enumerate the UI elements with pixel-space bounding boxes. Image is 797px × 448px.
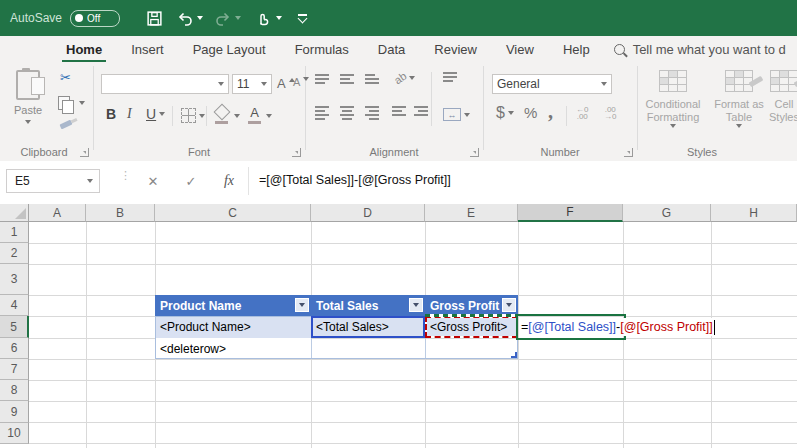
increase-indent-button[interactable] xyxy=(414,106,428,116)
percent-style-button[interactable]: % xyxy=(524,104,537,121)
tab-insert[interactable]: Insert xyxy=(131,42,164,57)
row-header-8[interactable]: 8 xyxy=(0,380,29,401)
formula-bar-resize-handle[interactable]: ⋮ xyxy=(120,173,123,189)
column-header-h[interactable]: H xyxy=(711,204,797,222)
tab-review[interactable]: Review xyxy=(434,42,477,57)
tell-me-search[interactable]: Tell me what you want to d xyxy=(614,42,786,57)
font-color-bar xyxy=(248,121,261,124)
formula-bar-input[interactable]: =[@[Total Sales]]-[@[Gross Profit]] xyxy=(259,173,451,187)
table-header-total-sales[interactable]: Total Sales xyxy=(311,295,425,316)
increase-decimal-button[interactable]: ←0.00 xyxy=(576,106,588,120)
cell-f5-formula-editor[interactable]: = [@[Total Sales]] - [@[Gross Profit]] xyxy=(521,318,716,336)
align-bottom-button[interactable] xyxy=(365,74,379,84)
filter-dropdown-button[interactable] xyxy=(409,298,423,312)
conditional-formatting-button[interactable]: Conditional Formatting xyxy=(640,70,706,128)
undo-button[interactable] xyxy=(177,10,193,26)
tab-data[interactable]: Data xyxy=(378,42,405,57)
decrease-indent-button[interactable] xyxy=(392,106,406,116)
borders-button[interactable] xyxy=(181,108,205,123)
autosave-toggle[interactable]: Off xyxy=(70,10,120,27)
bold-button[interactable]: B xyxy=(106,106,116,122)
column-header-e[interactable]: E xyxy=(425,204,518,222)
touch-mouse-mode-button[interactable] xyxy=(255,10,271,27)
tab-formulas[interactable]: Formulas xyxy=(295,42,349,57)
tab-page-layout[interactable]: Page Layout xyxy=(193,42,266,57)
column-header-a[interactable]: A xyxy=(29,204,86,222)
font-dialog-launcher[interactable] xyxy=(292,148,301,157)
italic-button[interactable]: I xyxy=(127,106,132,122)
row-header-6[interactable]: 6 xyxy=(0,338,29,359)
comma-style-button[interactable]: , xyxy=(548,100,553,123)
save-button[interactable] xyxy=(146,10,163,27)
table-header-gross-profit[interactable]: Gross Profit xyxy=(425,295,518,316)
tab-home[interactable]: Home xyxy=(66,42,102,57)
decrease-font-size-button[interactable]: A xyxy=(293,76,309,88)
number-format-combobox[interactable]: General xyxy=(492,74,612,94)
cell-c5[interactable]: <Product Name> xyxy=(155,316,311,338)
copy-button[interactable] xyxy=(58,96,85,110)
name-box[interactable]: E5 xyxy=(6,169,100,193)
orientation-button[interactable]: ab xyxy=(394,72,415,84)
decrease-decimal-button[interactable]: .00→0 xyxy=(604,106,616,120)
row-header-3[interactable]: 3 xyxy=(0,264,29,295)
column-header-d[interactable]: D xyxy=(311,204,425,222)
align-middle-icon xyxy=(340,74,354,84)
cancel-button[interactable]: ✕ xyxy=(140,169,166,193)
fill-color-button[interactable] xyxy=(215,106,228,124)
filter-dropdown-button[interactable] xyxy=(502,298,516,312)
clipboard-dialog-launcher[interactable] xyxy=(80,148,89,157)
tab-help[interactable]: Help xyxy=(563,42,590,57)
cut-icon: ✂ xyxy=(60,70,71,85)
cell-styles-button[interactable]: Cell Styles xyxy=(764,70,797,124)
table-resize-handle[interactable] xyxy=(511,352,517,358)
increase-indent-icon xyxy=(414,106,428,116)
alignment-dialog-launcher[interactable] xyxy=(470,148,479,157)
row-header-10[interactable]: 10 xyxy=(0,423,29,444)
wrap-text-button[interactable] xyxy=(443,72,457,82)
styles-group-label: Styles xyxy=(637,146,767,158)
row-header-2[interactable]: 2 xyxy=(0,243,29,264)
row-header-9[interactable]: 9 xyxy=(0,401,29,423)
undo-dropdown-icon[interactable] xyxy=(197,16,203,20)
number-dialog-launcher[interactable] xyxy=(624,148,633,157)
row-header-1[interactable]: 1 xyxy=(0,222,29,243)
table-header-product-name[interactable]: Product Name xyxy=(155,295,311,316)
select-all-button[interactable] xyxy=(0,204,29,222)
align-middle-button[interactable] xyxy=(340,74,354,84)
paste-button[interactable]: Paste xyxy=(14,70,42,124)
format-painter-button[interactable] xyxy=(60,122,72,127)
touch-mode-dropdown-icon[interactable] xyxy=(276,16,282,20)
row-header-5[interactable]: 5 xyxy=(0,316,29,338)
customize-quick-access-toolbar-button[interactable] xyxy=(298,14,307,22)
alignment-group-label: Alignment xyxy=(305,146,483,158)
merge-center-button[interactable]: ↔ xyxy=(443,108,470,121)
tab-view[interactable]: View xyxy=(506,42,534,57)
align-left-button[interactable] xyxy=(315,106,329,120)
number-format-dropdown-icon xyxy=(601,82,607,86)
filter-dropdown-button[interactable] xyxy=(295,298,309,312)
align-top-button[interactable] xyxy=(315,74,329,84)
column-header-c[interactable]: C xyxy=(155,204,311,222)
font-color-button[interactable]: A xyxy=(248,105,261,124)
font-name-combobox[interactable] xyxy=(101,74,229,94)
row-header-7[interactable]: 7 xyxy=(0,359,29,380)
redo-button[interactable] xyxy=(215,10,231,26)
cut-button[interactable]: ✂ xyxy=(60,70,71,85)
enter-button[interactable]: ✓ xyxy=(178,169,204,193)
column-header-g[interactable]: G xyxy=(623,204,711,222)
underline-button[interactable]: U xyxy=(146,106,165,122)
column-header-f[interactable]: F xyxy=(518,204,623,222)
merge-dropdown-icon xyxy=(464,113,470,117)
font-color-dropdown-icon[interactable] xyxy=(266,114,272,118)
redo-dropdown-icon[interactable] xyxy=(235,16,241,20)
fill-color-dropdown-icon[interactable] xyxy=(234,114,240,118)
font-size-combobox[interactable]: 11 xyxy=(232,74,272,94)
row-header-4[interactable]: 4 xyxy=(0,295,29,316)
column-header-b[interactable]: B xyxy=(86,204,155,222)
format-as-table-button[interactable]: Format as Table xyxy=(706,70,772,128)
accounting-format-button[interactable]: $ xyxy=(496,104,514,122)
align-right-button[interactable] xyxy=(365,106,379,120)
cell-c6[interactable]: <deleterow> xyxy=(155,338,311,359)
align-center-button[interactable] xyxy=(340,106,354,120)
insert-function-button[interactable]: fx xyxy=(216,169,242,193)
